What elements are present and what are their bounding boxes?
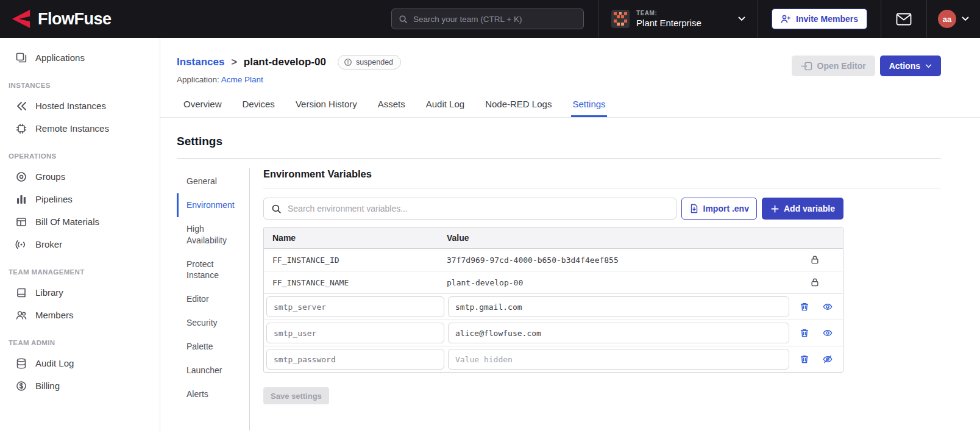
save-settings-button[interactable]: Save settings xyxy=(263,387,329,404)
tab-assets[interactable]: Assets xyxy=(377,93,407,117)
env-var-name-input[interactable] xyxy=(266,349,444,370)
tab-version-history[interactable]: Version History xyxy=(294,93,358,117)
sidebar-item-broker[interactable]: Broker xyxy=(0,233,160,256)
members-icon xyxy=(15,309,27,321)
remote-instances-icon xyxy=(15,123,27,135)
chevron-down-icon xyxy=(738,16,745,21)
env-var-name-input[interactable] xyxy=(266,323,444,343)
brand-name: FlowFuse xyxy=(38,10,112,29)
tab-settings[interactable]: Settings xyxy=(571,93,606,117)
env-var-name-input[interactable] xyxy=(266,296,444,317)
application-link[interactable]: Acme Plant xyxy=(221,75,263,84)
settings-nav-alerts[interactable]: Alerts xyxy=(177,382,249,406)
sidebar-item-applications[interactable]: Applications xyxy=(0,46,160,69)
sidebar-item-label: Remote Instances xyxy=(35,123,109,134)
team-text: TEAM: Plant Enterprise xyxy=(636,10,731,28)
settings-nav-general[interactable]: General xyxy=(177,170,249,193)
audit-log-icon xyxy=(15,357,27,370)
settings-nav: General Environment High Availability Pr… xyxy=(177,168,250,431)
delete-variable-button[interactable] xyxy=(800,328,809,338)
sidebar-item-members[interactable]: Members xyxy=(0,304,160,326)
settings-nav-protect-instance[interactable]: Protect Instance xyxy=(177,252,249,288)
breadcrumb-separator: > xyxy=(231,57,236,68)
import-env-button[interactable]: Import .env xyxy=(681,198,757,220)
groups-icon xyxy=(15,171,27,183)
table-row: FF_INSTANCE_ID 37f7d969-97cd-4000-b650-b… xyxy=(264,249,843,271)
settings-nav-environment[interactable]: Environment xyxy=(177,193,249,217)
team-selector[interactable]: TEAM: Plant Enterprise xyxy=(598,0,758,38)
env-var-value-input[interactable] xyxy=(448,323,789,343)
sidebar-item-hosted-instances[interactable]: Hosted Instances xyxy=(0,95,160,117)
brand[interactable]: FlowFuse xyxy=(0,9,122,29)
sidebar-item-bill-of-materials[interactable]: Bill Of Materials xyxy=(0,210,160,233)
notifications-button[interactable] xyxy=(881,0,926,38)
sidebar-item-label: Groups xyxy=(35,171,65,182)
env-var-value-input[interactable] xyxy=(448,296,789,317)
column-header-value: Value xyxy=(447,233,787,243)
page-header: Instances > plant-develop-00 suspended A… xyxy=(160,38,980,84)
sidebar-item-label: Billing xyxy=(35,381,60,391)
user-avatar: aa xyxy=(938,10,956,28)
divider xyxy=(177,158,941,159)
table-row xyxy=(264,346,843,372)
settings-nav-high-availability[interactable]: High Availability xyxy=(177,217,249,252)
application-label: Application: xyxy=(177,75,219,84)
sidebar-item-label: Bill Of Materials xyxy=(35,216,99,227)
tab-node-red-logs[interactable]: Node-RED Logs xyxy=(484,93,553,117)
delete-variable-button[interactable] xyxy=(800,354,809,364)
hide-value-button[interactable] xyxy=(822,354,833,364)
invite-members-label: Invite Members xyxy=(796,14,858,24)
delete-variable-button[interactable] xyxy=(800,302,809,312)
team-search[interactable] xyxy=(391,9,584,29)
trash-icon xyxy=(800,354,809,364)
navbar-right: TEAM: Plant Enterprise Invite Members aa xyxy=(598,0,980,38)
file-import-icon xyxy=(689,204,699,213)
chevron-down-icon xyxy=(925,64,932,68)
instance-name: plant-develop-00 xyxy=(244,56,326,68)
import-env-label: Import .env xyxy=(703,204,749,213)
sidebar-item-label: Broker xyxy=(35,239,62,249)
sidebar-item-label: Audit Log xyxy=(35,358,74,368)
invite-area: Invite Members xyxy=(758,0,881,38)
sidebar-item-audit-log[interactable]: Audit Log xyxy=(0,352,160,374)
actions-button[interactable]: Actions xyxy=(880,55,941,76)
environment-variables-table: Name Value FF_INSTANCE_ID 37f7d969-97cd-… xyxy=(263,227,843,373)
billing-icon xyxy=(15,380,27,392)
flowfuse-logo-icon xyxy=(11,9,32,29)
main-content: Instances > plant-develop-00 suspended A… xyxy=(160,38,980,433)
tab-audit-log[interactable]: Audit Log xyxy=(425,93,466,117)
settings-title: Settings xyxy=(177,135,941,148)
env-search[interactable] xyxy=(263,198,676,220)
sidebar-item-groups[interactable]: Groups xyxy=(0,165,160,188)
column-header-name: Name xyxy=(264,233,447,243)
add-variable-button[interactable]: Add variable xyxy=(762,198,843,220)
tab-overview[interactable]: Overview xyxy=(182,93,223,117)
breadcrumb-instances-link[interactable]: Instances xyxy=(177,56,224,68)
hosted-instances-icon xyxy=(15,100,27,112)
sidebar-item-remote-instances[interactable]: Remote Instances xyxy=(0,117,160,140)
eye-off-icon xyxy=(822,354,833,364)
invite-members-button[interactable]: Invite Members xyxy=(772,9,867,29)
team-search-input[interactable] xyxy=(413,15,577,24)
env-var-value-input[interactable] xyxy=(448,349,789,370)
settings-nav-security[interactable]: Security xyxy=(177,311,249,335)
tab-devices[interactable]: Devices xyxy=(241,93,276,117)
environment-controls: Import .env Add variable xyxy=(263,198,843,220)
plus-icon xyxy=(770,204,779,213)
env-var-value: 37f7d969-97cd-4000-b650-b3d4f4eef855 xyxy=(447,256,787,265)
show-value-button[interactable] xyxy=(822,302,833,312)
sidebar-item-label: Hosted Instances xyxy=(35,101,106,111)
sidebar-item-label: Library xyxy=(35,287,63,298)
open-editor-button[interactable]: Open Editor xyxy=(792,55,875,76)
sidebar-item-label: Pipelines xyxy=(35,194,73,204)
sidebar-item-pipelines[interactable]: Pipelines xyxy=(0,188,160,210)
settings-nav-palette[interactable]: Palette xyxy=(177,335,249,359)
env-search-input[interactable] xyxy=(288,204,669,213)
settings-nav-editor[interactable]: Editor xyxy=(177,287,249,311)
lock-icon xyxy=(810,277,820,287)
settings-nav-launcher[interactable]: Launcher xyxy=(177,359,249,382)
user-menu[interactable]: aa xyxy=(926,0,980,38)
sidebar-item-billing[interactable]: Billing xyxy=(0,374,160,397)
sidebar-item-library[interactable]: Library xyxy=(0,281,160,304)
show-value-button[interactable] xyxy=(822,328,833,338)
